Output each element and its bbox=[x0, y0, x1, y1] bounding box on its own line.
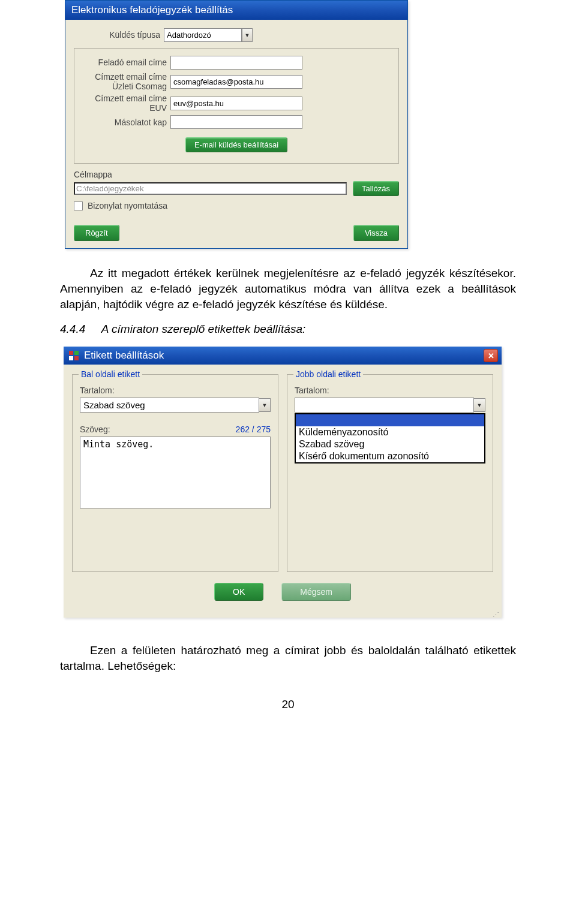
cimzett2-input[interactable] bbox=[170, 97, 302, 110]
page-number: 20 bbox=[60, 698, 516, 711]
app-icon bbox=[68, 350, 79, 361]
right-etikett-group: Jobb oldali etikett Tartalom: ▼ Küldemén… bbox=[287, 374, 493, 572]
right-dropdown-list[interactable]: Küldeményazonosító Szabad szöveg Kísérő … bbox=[295, 413, 485, 463]
section-number: 4.4.4 bbox=[60, 323, 85, 335]
left-szoveg-label: Szöveg: bbox=[80, 425, 110, 434]
svg-rect-2 bbox=[69, 356, 73, 360]
resize-grip[interactable]: ⋰ bbox=[64, 609, 502, 618]
kuldes-tipusa-combo[interactable]: Adathordozó bbox=[164, 28, 242, 42]
masolat-input[interactable] bbox=[170, 115, 302, 129]
dropdown-option[interactable]: Kísérő dokumentum azonosító bbox=[296, 450, 484, 462]
cimzett1-input[interactable] bbox=[170, 75, 302, 89]
ok-button[interactable]: OK bbox=[214, 583, 263, 601]
left-legend: Bal oldali etikett bbox=[79, 369, 142, 379]
left-szoveg-textarea[interactable] bbox=[80, 437, 271, 508]
right-tartalom-label: Tartalom: bbox=[295, 386, 485, 395]
svg-rect-3 bbox=[74, 356, 79, 360]
dialog-titlebar: Elektronikus feladójegyzék beállítás bbox=[65, 1, 407, 20]
right-tartalom-combo[interactable] bbox=[295, 398, 474, 413]
etikett-titlebar: Etikett beállítások ✕ bbox=[64, 347, 502, 365]
left-tartalom-label: Tartalom: bbox=[80, 386, 271, 395]
rogzit-button[interactable]: Rögzít bbox=[74, 225, 119, 241]
svg-rect-1 bbox=[74, 351, 79, 355]
masolat-label: Másolatot kap bbox=[80, 118, 170, 127]
cimzett1-label: Címzett email címe Üzleti Csomag bbox=[80, 72, 170, 91]
left-tartalom-combo[interactable]: Szabad szöveg bbox=[80, 398, 259, 413]
right-legend: Jobb oldali etikett bbox=[293, 369, 363, 379]
chevron-down-icon[interactable]: ▼ bbox=[473, 398, 485, 412]
close-button[interactable]: ✕ bbox=[484, 349, 498, 362]
cancel-button[interactable]: Mégsem bbox=[281, 583, 351, 601]
felado-email-input[interactable] bbox=[170, 56, 302, 70]
dropdown-option[interactable]: Küldeményazonosító bbox=[296, 426, 484, 438]
etikett-dialog-title: Etikett beállítások bbox=[84, 350, 164, 362]
close-icon: ✕ bbox=[488, 351, 494, 360]
vissza-button[interactable]: Vissza bbox=[353, 225, 399, 241]
section-title: A címiraton szereplő etikettek beállítás… bbox=[101, 323, 305, 335]
section-heading: 4.4.4 A címiraton szereplő etikettek beá… bbox=[60, 323, 516, 336]
celmappa-label: Célmappa bbox=[74, 170, 399, 179]
felado-email-label: Feladó email címe bbox=[80, 58, 170, 67]
celmappa-input[interactable] bbox=[74, 182, 347, 195]
tallozas-button[interactable]: Tallózás bbox=[353, 181, 399, 196]
email-group: Feladó email címe Címzett email címe Üzl… bbox=[74, 48, 399, 164]
svg-rect-0 bbox=[69, 351, 73, 355]
chevron-down-icon[interactable]: ▼ bbox=[242, 28, 253, 42]
left-etikett-group: Bal oldali etikett Tartalom: Szabad szöv… bbox=[72, 374, 278, 572]
paragraph-summary: Ezen a felületen határozható meg a címir… bbox=[60, 643, 516, 673]
paragraph-intro: Az itt megadott értékek kerülnek megjele… bbox=[60, 266, 516, 312]
left-combo-value: Szabad szöveg bbox=[83, 400, 256, 410]
kuldes-tipusa-label: Küldés típusa bbox=[74, 30, 164, 40]
cimzett2-label: Címzett email címe EUV bbox=[80, 94, 170, 113]
kuldes-tipusa-value: Adathordozó bbox=[167, 31, 239, 40]
left-char-count: 262 / 275 bbox=[236, 425, 271, 434]
efelado-dialog: Elektronikus feladójegyzék beállítás Kül… bbox=[65, 0, 408, 249]
dropdown-option[interactable]: Szabad szöveg bbox=[296, 438, 484, 450]
dropdown-option[interactable] bbox=[296, 414, 484, 426]
email-settings-button[interactable]: E-mail küldés beállításai bbox=[185, 137, 287, 152]
bizonylat-label: Bizonylat nyomtatása bbox=[88, 201, 167, 210]
dialog-title: Elektronikus feladójegyzék beállítás bbox=[71, 4, 233, 16]
bizonylat-checkbox[interactable] bbox=[74, 201, 83, 210]
etikett-dialog: Etikett beállítások ✕ Bal oldali etikett… bbox=[64, 347, 502, 618]
chevron-down-icon[interactable]: ▼ bbox=[259, 398, 271, 412]
grip-icon: ⋰ bbox=[493, 613, 500, 616]
